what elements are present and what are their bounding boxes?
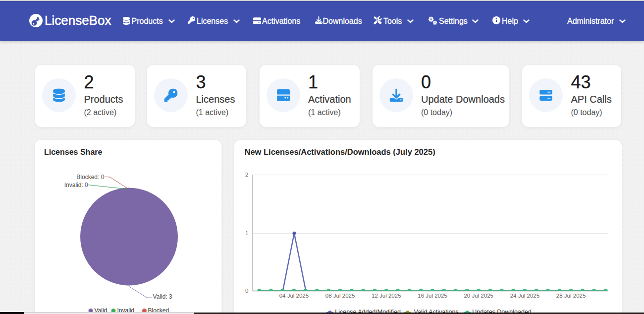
svg-text:0: 0 [245, 288, 248, 294]
svg-text:Invalid: 0: Invalid: 0 [64, 182, 88, 188]
svg-text:24 Jul 2025: 24 Jul 2025 [510, 293, 539, 299]
svg-text:2: 2 [245, 172, 248, 178]
svg-text:28 Jul 2025: 28 Jul 2025 [556, 293, 586, 299]
svg-text:Valid: 3: Valid: 3 [153, 293, 172, 300]
svg-text:08 Jul 2025: 08 Jul 2025 [325, 293, 355, 299]
svg-text:Blocked: 0: Blocked: 0 [76, 174, 104, 181]
svg-text:12 Jul 2025: 12 Jul 2025 [372, 293, 401, 299]
svg-text:20 Jul 2025: 20 Jul 2025 [464, 293, 493, 299]
svg-text:16 Jul 2025: 16 Jul 2025 [418, 293, 447, 299]
svg-text:1: 1 [245, 230, 248, 236]
svg-text:04 Jul 2025: 04 Jul 2025 [279, 293, 309, 299]
